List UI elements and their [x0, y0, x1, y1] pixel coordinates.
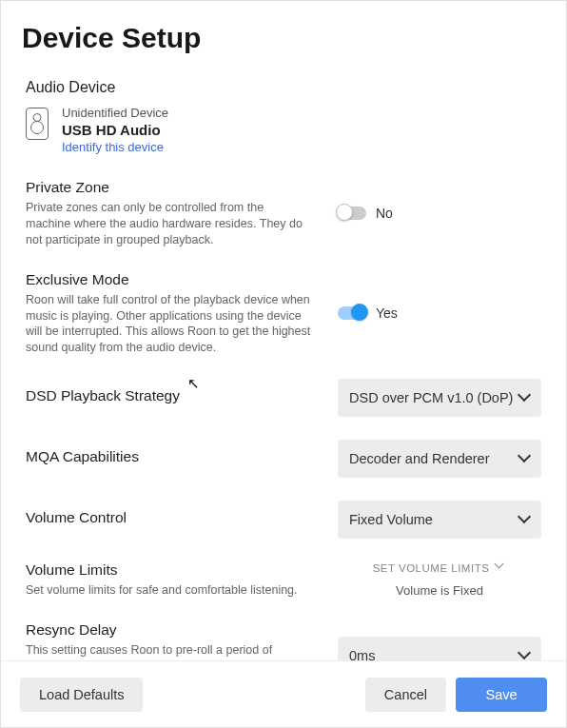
speaker-icon	[26, 108, 49, 140]
load-defaults-button[interactable]: Load Defaults	[20, 678, 143, 712]
set-volume-limits-text: SET VOLUME LIMITS	[373, 562, 490, 574]
volume-limits-label: Volume Limits	[26, 561, 319, 579]
device-subtitle: Unidentified Device	[62, 106, 168, 120]
volume-limits-status: Volume is Fixed	[396, 583, 483, 598]
volume-control-value: Fixed Volume	[349, 512, 433, 527]
private-zone-toggle[interactable]	[338, 207, 366, 220]
dsd-select-value: DSD over PCM v1.0 (DoP)	[349, 390, 513, 405]
volume-limits-desc: Set volume limits for safe and comfortab…	[26, 582, 311, 599]
mqa-select-value: Decoder and Renderer	[349, 451, 490, 466]
private-zone-label: Private Zone	[26, 179, 319, 196]
chevron-down-icon	[495, 562, 506, 574]
volume-control-select[interactable]: Fixed Volume	[338, 501, 541, 539]
identify-device-link[interactable]: Identify this device	[62, 140, 168, 154]
chevron-down-icon	[518, 453, 530, 464]
resync-select[interactable]: 0ms	[338, 637, 541, 660]
resync-value: 0ms	[349, 648, 375, 660]
chevron-down-icon	[518, 650, 530, 660]
exclusive-mode-label: Exclusive Mode	[26, 271, 319, 288]
dsd-label: DSD Playback Strategy	[26, 387, 319, 404]
chevron-down-icon	[518, 392, 530, 403]
cancel-button[interactable]: Cancel	[365, 678, 446, 712]
page-title: Device Setup	[1, 1, 566, 54]
exclusive-mode-value: Yes	[376, 305, 398, 321]
private-zone-value: No	[376, 206, 393, 221]
mqa-label: MQA Capabilities	[26, 448, 319, 465]
resync-label: Resync Delay	[26, 621, 319, 639]
private-zone-desc: Private zones can only be controlled fro…	[26, 200, 311, 248]
chevron-down-icon	[518, 514, 530, 525]
device-name: USB HD Audio	[62, 122, 168, 138]
dialog-footer: Load Defaults Cancel Save	[1, 660, 566, 727]
resync-desc: This setting causes Roon to pre-roll a p…	[26, 642, 311, 660]
exclusive-mode-toggle[interactable]	[338, 306, 366, 320]
save-button[interactable]: Save	[456, 678, 547, 712]
settings-scroll-area[interactable]: Audio Device Unidentified Device USB HD …	[1, 68, 566, 660]
set-volume-limits-button[interactable]: SET VOLUME LIMITS	[373, 562, 507, 574]
dsd-select[interactable]: DSD over PCM v1.0 (DoP)	[338, 379, 541, 417]
volume-control-label: Volume Control	[26, 509, 319, 526]
mqa-select[interactable]: Decoder and Renderer	[338, 440, 541, 478]
audio-device-heading: Audio Device	[26, 79, 541, 96]
exclusive-mode-desc: Roon will take full control of the playb…	[26, 292, 311, 357]
